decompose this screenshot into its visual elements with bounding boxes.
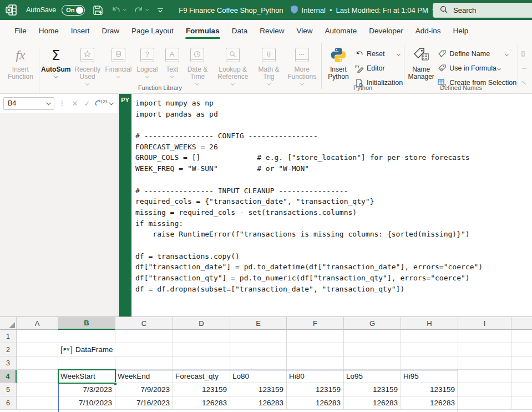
cell-f4-hi80[interactable]: Hi80: [287, 370, 344, 383]
cell-h2[interactable]: [401, 343, 458, 356]
row-header-1[interactable]: 1: [0, 330, 17, 343]
tab-home[interactable]: Home: [33, 22, 65, 40]
row-header-2[interactable]: 2: [0, 343, 17, 356]
cell-i2[interactable]: [458, 343, 511, 356]
formula-bar-options-chevron-icon[interactable]: [109, 101, 113, 105]
cell-g3[interactable]: [344, 356, 401, 370]
cell-d4-forecast-qty[interactable]: Forecast_qty: [173, 370, 230, 383]
save-button[interactable]: [93, 5, 103, 16]
cell-b3[interactable]: [58, 356, 115, 370]
insert-function-button[interactable]: fx Insert Function: [3, 44, 38, 82]
insert-python-button[interactable]: Insert Python: [323, 44, 354, 82]
tab-page-layout[interactable]: Page Layout: [125, 22, 180, 40]
cell-f2[interactable]: [287, 343, 344, 356]
cell-d5[interactable]: 123159: [173, 383, 230, 396]
cell-b6[interactable]: 7/10/2023: [58, 396, 115, 410]
excel-app-icon[interactable]: [5, 4, 17, 16]
cell-g5[interactable]: 123159: [344, 383, 401, 396]
tab-review[interactable]: Review: [254, 22, 290, 40]
column-header-c[interactable]: C: [115, 317, 173, 330]
cell-c4-weekend[interactable]: WeekEnd: [115, 370, 173, 383]
date-time-button[interactable]: Date & Time: [183, 44, 212, 86]
tab-view[interactable]: View: [290, 22, 318, 40]
cell-a5[interactable]: [17, 383, 58, 396]
cell-i5[interactable]: [458, 383, 511, 396]
column-header-a[interactable]: A: [17, 317, 58, 330]
enter-button[interactable]: ✓: [81, 99, 93, 108]
column-header-g[interactable]: G: [344, 317, 401, 330]
more-functions-button[interactable]: ••• More Functions: [283, 44, 320, 86]
cell-a4[interactable]: [17, 370, 58, 383]
cell-a1[interactable]: [17, 330, 58, 343]
cell-c1[interactable]: [115, 330, 173, 343]
cell-d6[interactable]: 126283: [173, 396, 230, 410]
tab-automate[interactable]: Automate: [318, 22, 363, 40]
cell-c6[interactable]: 7/16/2023: [115, 396, 173, 410]
formula-bar-grip-icon[interactable]: ⋮: [59, 100, 65, 107]
cell-i4[interactable]: [458, 370, 511, 383]
tab-developer[interactable]: Developer: [363, 22, 409, 40]
select-all-corner[interactable]: [0, 317, 17, 330]
cell-g2[interactable]: [344, 343, 401, 356]
python-editor-button[interactable]: PY Editor: [354, 61, 403, 76]
logical-button[interactable]: ? Logical: [133, 44, 161, 79]
cell-f6[interactable]: 126283: [287, 396, 344, 410]
tab-help[interactable]: Help: [447, 22, 475, 40]
cell-a2[interactable]: [17, 343, 58, 356]
use-in-formula-button[interactable]: fx Use in Formula: [437, 61, 516, 76]
tab-data[interactable]: Data: [226, 22, 254, 40]
row-header-4[interactable]: 4: [0, 370, 17, 383]
cell-h3[interactable]: [401, 356, 458, 370]
search-input[interactable]: Search: [433, 3, 532, 18]
lookup-reference-button[interactable]: Lookup & Reference: [212, 44, 254, 86]
column-header-h[interactable]: H: [401, 317, 458, 330]
cell-f5[interactable]: 123159: [287, 383, 344, 396]
cell-c5[interactable]: 7/9/2023: [115, 383, 173, 396]
autosave-toggle[interactable]: On: [62, 5, 85, 16]
math-trig-button[interactable]: θ Math & Trig: [254, 44, 284, 86]
cell-c2[interactable]: [115, 343, 173, 356]
text-button[interactable]: A Text: [161, 44, 183, 79]
recently-used-button[interactable]: Recently Used: [72, 44, 104, 86]
cell-a6[interactable]: [17, 396, 58, 410]
cell-f3[interactable]: [287, 356, 344, 370]
cell-e5[interactable]: 123159: [230, 383, 287, 396]
define-name-button[interactable]: Define Name: [437, 47, 516, 61]
cell-b1[interactable]: [58, 330, 115, 343]
document-title[interactable]: F9 Finance Coffee Shop_Python: [179, 6, 283, 14]
cell-g1[interactable]: [344, 330, 401, 343]
row-header-6[interactable]: 6: [0, 396, 17, 410]
cell-h4-hi95[interactable]: Hi95: [401, 370, 458, 383]
column-header-b[interactable]: B: [58, 317, 115, 330]
cell-e3[interactable]: [230, 356, 287, 370]
cell-i1[interactable]: [458, 330, 511, 343]
name-manager-button[interactable]: Name Manager: [406, 44, 437, 82]
cell-b5[interactable]: 7/3/2023: [58, 383, 115, 396]
cell-b4-weekstart[interactable]: WeekStart: [58, 370, 115, 383]
cell-h5[interactable]: 123159: [401, 383, 458, 396]
tab-file[interactable]: File: [8, 22, 33, 40]
column-header-e[interactable]: E: [230, 317, 287, 330]
cell-i3[interactable]: [458, 356, 511, 370]
cell-d1[interactable]: [173, 330, 230, 343]
last-modified-label[interactable]: Last Modified: Fri at 1:04 PM: [336, 6, 428, 14]
cell-b2-dataframe[interactable]: [PY] DataFrame: [58, 343, 115, 356]
cell-d2[interactable]: [173, 343, 230, 356]
tab-formulas[interactable]: Formulas: [180, 22, 226, 40]
redo-button[interactable]: [134, 6, 149, 14]
column-header-partial[interactable]: [511, 317, 532, 330]
customize-quick-access-toolbar-button[interactable]: [156, 7, 164, 13]
cancel-button[interactable]: ✕: [69, 99, 81, 108]
row-header-3[interactable]: 3: [0, 356, 17, 370]
autosum-button[interactable]: Σ AutoSum: [40, 44, 72, 79]
cell-g4-lo95[interactable]: Lo95: [344, 370, 401, 383]
tab-insert[interactable]: Insert: [65, 22, 96, 40]
cell-e4-lo80[interactable]: Lo80: [230, 370, 287, 383]
cell-i6[interactable]: [458, 396, 511, 410]
cell-e2[interactable]: [230, 343, 287, 356]
cell-c3[interactable]: [115, 356, 173, 370]
tab-draw[interactable]: Draw: [96, 22, 126, 40]
convert-to-values-button[interactable]: 123: [94, 98, 108, 108]
cell-a3[interactable]: [17, 356, 58, 370]
cell-e6[interactable]: 126283: [230, 396, 287, 410]
